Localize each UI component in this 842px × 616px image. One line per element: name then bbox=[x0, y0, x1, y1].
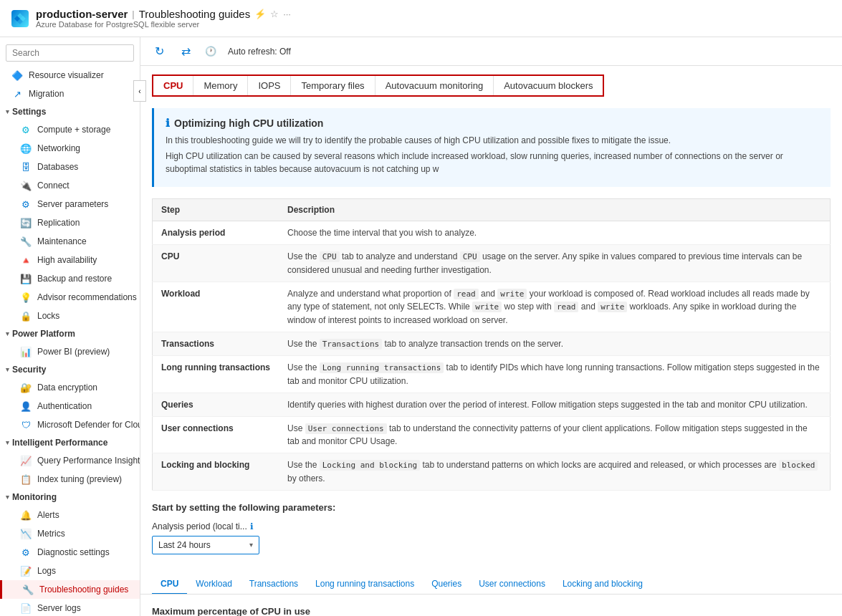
sec-tab-queries[interactable]: Queries bbox=[423, 574, 470, 595]
sidebar-item-index-tuning[interactable]: 📋 Index tuning (preview) bbox=[0, 470, 140, 489]
chart-title: Maximum percentage of CPU in use bbox=[152, 606, 831, 617]
label-diagnostic-settings: Diagnostic settings bbox=[37, 547, 110, 557]
sidebar-item-databases[interactable]: 🗄 Databases bbox=[0, 158, 140, 176]
icon-index-tuning: 📋 bbox=[20, 473, 32, 485]
sidebar-item-logs[interactable]: 📝 Logs bbox=[0, 562, 140, 580]
tab-autovacuum-monitoring[interactable]: Autovacuum monitoring bbox=[375, 76, 494, 95]
params-section: Start by setting the following parameter… bbox=[152, 502, 831, 554]
table-row: Locking and blocking Use the Locking and… bbox=[153, 453, 831, 491]
more-icon[interactable]: ··· bbox=[283, 9, 291, 19]
sync-icon: ⇄ bbox=[181, 44, 191, 58]
main-tab-bar: CPU Memory IOPS Temporary files Autovacu… bbox=[152, 74, 604, 97]
tab-cpu[interactable]: CPU bbox=[153, 76, 193, 95]
icon-networking: 🌐 bbox=[20, 143, 32, 154]
sidebar-section-intelligent-performance[interactable]: ▾Intelligent Performance bbox=[0, 434, 140, 451]
sidebar-item-migration[interactable]: ↗ Migration bbox=[0, 85, 140, 103]
step-name: Locking and blocking bbox=[153, 453, 279, 491]
sidebar-section-monitoring[interactable]: ▾Monitoring bbox=[0, 489, 140, 506]
sidebar-item-troubleshooting-guides[interactable]: 🔧 Troubleshooting guides bbox=[0, 580, 140, 599]
sec-tab-cpu[interactable]: CPU bbox=[152, 574, 187, 595]
lightning-icon[interactable]: ⚡ bbox=[254, 9, 266, 19]
content-area: ↻ ⇄ 🕐 Auto refresh: Off CPU Memory IOPS … bbox=[140, 37, 842, 616]
sidebar-collapse-button[interactable]: ‹ bbox=[133, 80, 146, 102]
icon-compute-storage: ⚙ bbox=[20, 124, 32, 135]
step-desc: Choose the time interval that you wish t… bbox=[279, 221, 831, 245]
sidebar-item-maintenance[interactable]: 🔧 Maintenance bbox=[0, 232, 140, 251]
sidebar-item-networking[interactable]: 🌐 Networking bbox=[0, 139, 140, 158]
sec-tab-user-connections[interactable]: User connections bbox=[470, 574, 554, 595]
secondary-tab-bar: CPU Workload Transactions Long running t… bbox=[140, 566, 842, 595]
server-name: production-server bbox=[36, 8, 128, 20]
collapse-arrow: ▾ bbox=[6, 366, 9, 373]
icon-alerts: 🔔 bbox=[20, 509, 32, 521]
sidebar-item-compute-storage[interactable]: ⚙ Compute + storage bbox=[0, 120, 140, 139]
steps-section: Step Description Analysis period Choose … bbox=[152, 198, 831, 491]
label-server-parameters: Server parameters bbox=[37, 199, 108, 209]
sidebar-item-resource-visualizer[interactable]: 🔷 Resource visualizer bbox=[0, 66, 140, 85]
icon-power-bi: 📊 bbox=[20, 346, 32, 357]
sec-tab-workload[interactable]: Workload bbox=[187, 574, 240, 595]
tab-iops[interactable]: IOPS bbox=[248, 76, 291, 95]
page-title: Troubleshooting guides bbox=[139, 8, 250, 20]
sidebar-item-locks[interactable]: 🔒 Locks bbox=[0, 307, 140, 325]
sync-button[interactable]: ⇄ bbox=[178, 43, 193, 59]
sidebar-item-authentication[interactable]: 👤 Authentication bbox=[0, 397, 140, 415]
sidebar-section-settings[interactable]: ▾Settings bbox=[0, 103, 140, 120]
label-locks: Locks bbox=[37, 311, 59, 321]
tab-memory[interactable]: Memory bbox=[193, 76, 248, 95]
tab-autovacuum-blockers[interactable]: Autovacuum blockers bbox=[494, 76, 603, 95]
sec-tab-transactions[interactable]: Transactions bbox=[241, 574, 307, 595]
icon-maintenance: 🔧 bbox=[20, 236, 32, 247]
label-high-availability: High availability bbox=[37, 255, 97, 265]
label-metrics: Metrics bbox=[37, 529, 65, 539]
table-row: Workload Analyze and understand what pro… bbox=[153, 281, 831, 332]
icon-microsoft-defender: 🛡 bbox=[20, 419, 32, 430]
sidebar-item-power-bi[interactable]: 📊 Power BI (preview) bbox=[0, 342, 140, 361]
icon-migration: ↗ bbox=[11, 88, 23, 100]
tab-temp-files[interactable]: Temporary files bbox=[291, 76, 375, 95]
sidebar: 🔷 Resource visualizer ↗ Migration ▾Setti… bbox=[0, 37, 140, 616]
sidebar-item-data-encryption[interactable]: 🔐 Data encryption bbox=[0, 378, 140, 397]
refresh-button[interactable]: ↻ bbox=[152, 43, 167, 59]
step-name: Long running transactions bbox=[153, 356, 279, 393]
collapse-arrow: ▾ bbox=[6, 494, 9, 501]
icon-query-performance: 📈 bbox=[20, 455, 32, 466]
analysis-period-select[interactable]: Last 24 hours ▾ bbox=[152, 536, 259, 554]
params-title: Start by setting the following parameter… bbox=[152, 502, 831, 513]
label-compute-storage: Compute + storage bbox=[37, 125, 110, 135]
sidebar-item-diagnostic-settings[interactable]: ⚙ Diagnostic settings bbox=[0, 543, 140, 562]
search-container bbox=[0, 40, 140, 66]
sidebar-item-connect[interactable]: 🔌 Connect bbox=[0, 176, 140, 195]
icon-locks: 🔒 bbox=[20, 310, 32, 322]
sidebar-item-metrics[interactable]: 📉 Metrics bbox=[0, 524, 140, 543]
info-text-1: In this troubleshooting guide we will tr… bbox=[166, 134, 819, 147]
sidebar-section-power-platform[interactable]: ▾Power Platform bbox=[0, 325, 140, 342]
step-desc: Use the Long running transactions tab to… bbox=[279, 356, 831, 393]
label-index-tuning: Index tuning (preview) bbox=[37, 474, 122, 484]
sidebar-item-advisor-recommendations[interactable]: 💡 Advisor recommendations bbox=[0, 288, 140, 307]
search-input[interactable] bbox=[6, 44, 134, 62]
app-icon bbox=[11, 10, 29, 27]
sidebar-item-server-logs[interactable]: 📄 Server logs bbox=[0, 599, 140, 616]
sidebar-item-high-availability[interactable]: 🔺 High availability bbox=[0, 251, 140, 269]
sidebar-item-query-performance[interactable]: 📈 Query Performance Insight bbox=[0, 451, 140, 470]
refresh-icon: ↻ bbox=[155, 44, 164, 58]
sidebar-item-backup-restore[interactable]: 💾 Backup and restore bbox=[0, 269, 140, 288]
sidebar-section-security[interactable]: ▾Security bbox=[0, 361, 140, 378]
sec-tab-long-running[interactable]: Long running transactions bbox=[307, 574, 423, 595]
label-data-encryption: Data encryption bbox=[37, 382, 97, 393]
star-icon[interactable]: ☆ bbox=[270, 9, 279, 19]
analysis-period-label: Analysis period (local ti... ℹ bbox=[152, 521, 831, 531]
table-row: CPU Use the CPU tab to analyze and under… bbox=[153, 245, 831, 282]
step-name: Analysis period bbox=[153, 221, 279, 245]
sidebar-item-microsoft-defender[interactable]: 🛡 Microsoft Defender for Cloud bbox=[0, 415, 140, 434]
sidebar-item-replication[interactable]: 🔄 Replication bbox=[0, 213, 140, 232]
icon-metrics: 📉 bbox=[20, 528, 32, 539]
table-row: Transactions Use the Transactions tab to… bbox=[153, 332, 831, 356]
sidebar-item-alerts[interactable]: 🔔 Alerts bbox=[0, 506, 140, 524]
page-subtitle: Azure Database for PostgreSQL flexible s… bbox=[36, 20, 291, 29]
sidebar-item-server-parameters[interactable]: ⚙ Server parameters bbox=[0, 195, 140, 213]
sec-tab-locking[interactable]: Locking and blocking bbox=[554, 574, 651, 595]
step-name: Transactions bbox=[153, 332, 279, 356]
auto-refresh-label: Auto refresh: Off bbox=[228, 47, 291, 57]
